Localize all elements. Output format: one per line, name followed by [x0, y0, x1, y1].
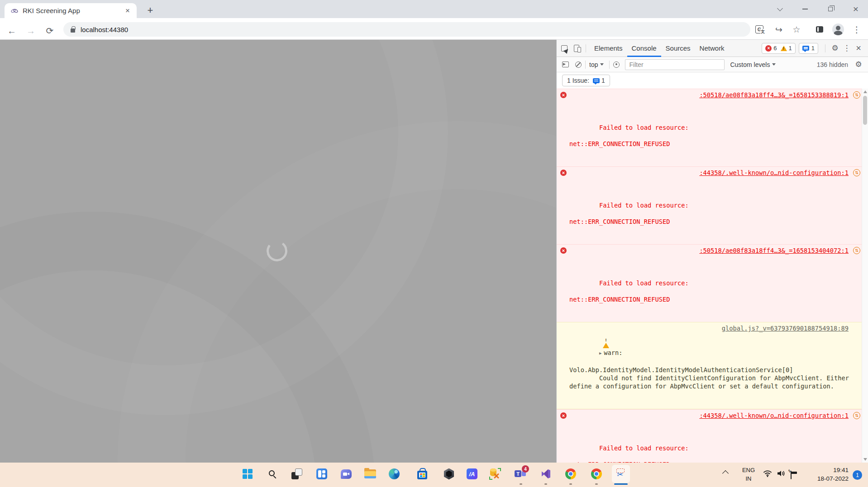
- url-text[interactable]: localhost:44380: [81, 26, 128, 33]
- message-body: Volo.Abp.IdentityModel.IdentityModelAuth…: [569, 366, 855, 390]
- network-request-icon[interactable]: [853, 91, 860, 99]
- device-toolbar-icon[interactable]: [574, 45, 579, 52]
- snipping-tool-button[interactable]: [612, 465, 630, 483]
- devtools-menu-icon[interactable]: [841, 43, 853, 54]
- live-expression-icon[interactable]: [613, 61, 620, 68]
- edge-button[interactable]: [385, 465, 403, 483]
- devtools-settings-icon[interactable]: [829, 43, 841, 54]
- visual-studio-button[interactable]: [537, 465, 555, 483]
- database-tools-icon: [489, 468, 501, 480]
- context-selector[interactable]: top: [589, 61, 604, 68]
- lock-icon[interactable]: [71, 28, 75, 33]
- source-link[interactable]: :44358/.well-known/o…nid-configuration:1: [699, 169, 849, 177]
- context-label: top: [589, 61, 598, 68]
- issue-count: 1: [601, 77, 605, 84]
- taskbar-search[interactable]: [263, 465, 281, 483]
- error-warning-badge[interactable]: 6 1: [762, 43, 795, 54]
- network-request-icon[interactable]: [853, 247, 860, 254]
- console-settings-icon[interactable]: [853, 59, 864, 71]
- error-count: 6: [773, 45, 777, 52]
- task-view-icon: [291, 468, 302, 479]
- tab-network[interactable]: Network: [695, 40, 729, 57]
- reload-button[interactable]: [43, 24, 57, 38]
- tray-date: 18-07-2022: [803, 474, 849, 483]
- microsoft-store-button[interactable]: [413, 465, 431, 483]
- console-toolbar: top Custom levels 136 hidden: [557, 57, 868, 72]
- network-request-icon[interactable]: [853, 169, 860, 176]
- file-explorer-button[interactable]: [361, 465, 379, 483]
- running-indicator: [520, 483, 522, 485]
- side-panel-icon[interactable]: [813, 23, 826, 36]
- battery-charging-icon[interactable]: [791, 471, 792, 479]
- dark-hexagon-app-button[interactable]: [440, 465, 458, 483]
- chrome-button-2[interactable]: [587, 465, 606, 483]
- log-levels-selector[interactable]: Custom levels: [730, 61, 776, 68]
- language-line2: IN: [739, 474, 758, 483]
- tab-strip: RKI Screening App: [0, 0, 868, 18]
- language-indicator[interactable]: ENG IN: [739, 466, 758, 483]
- tab-close-icon[interactable]: [123, 6, 132, 15]
- restore-button[interactable]: [820, 0, 841, 18]
- issue-bar[interactable]: 1 Issue: 1: [562, 75, 610, 86]
- chat-button[interactable]: [337, 465, 355, 483]
- speaker-icon[interactable]: [777, 469, 786, 479]
- console-error-row: :50518/ae08f83a18ff4…3&_=1658153388819:1…: [557, 89, 862, 166]
- tab-search-icon[interactable]: [769, 0, 790, 18]
- address-bar[interactable]: localhost:44380: [63, 22, 750, 37]
- issues-icon: [593, 78, 600, 83]
- task-view-button[interactable]: [288, 465, 306, 483]
- chrome-icon: [591, 468, 602, 479]
- teams-button[interactable]: T 4: [512, 465, 530, 483]
- browser-window: RKI Screening App localhost:44380 G Elem…: [0, 0, 868, 487]
- issues-badge[interactable]: 1: [799, 43, 818, 54]
- tab-elements[interactable]: Elements: [590, 40, 627, 57]
- console-scrollbar[interactable]: [862, 89, 868, 463]
- expand-arrow-icon[interactable]: [599, 349, 601, 357]
- message-head: Failed to load resource:: [599, 279, 689, 287]
- browser-tab[interactable]: RKI Screening App: [5, 3, 137, 18]
- source-link[interactable]: :44358/.well-known/o…nid-configuration:1: [699, 411, 849, 420]
- new-tab-button[interactable]: [144, 4, 157, 17]
- filter-input[interactable]: [625, 59, 725, 70]
- chrome-button[interactable]: [562, 465, 580, 483]
- widgets-button[interactable]: [313, 465, 331, 483]
- scroll-up-icon[interactable]: [863, 90, 867, 93]
- source-link[interactable]: :50518/ae08f83a18ff4…3&_=1658153388819:1: [699, 91, 849, 99]
- start-button[interactable]: [238, 465, 257, 483]
- bookmark-star-icon[interactable]: [790, 23, 803, 36]
- tab-sources[interactable]: Sources: [661, 40, 695, 57]
- back-button[interactable]: [5, 24, 19, 38]
- browser-menu-icon[interactable]: [850, 23, 863, 36]
- clock[interactable]: 19:41 18-07-2022: [803, 466, 849, 483]
- window-close-button[interactable]: [845, 0, 866, 18]
- profile-avatar[interactable]: [831, 23, 845, 36]
- tab-console[interactable]: Console: [627, 40, 661, 57]
- error-icon: [560, 412, 567, 419]
- error-icon: [560, 247, 567, 254]
- console-sidebar-icon[interactable]: [562, 61, 569, 67]
- chrome-icon: [565, 468, 576, 479]
- inspect-element-icon[interactable]: [561, 45, 568, 52]
- error-count-icon: [765, 45, 772, 52]
- wifi-icon[interactable]: [763, 469, 772, 479]
- sql-management-studio-button[interactable]: [486, 465, 504, 483]
- notification-badge[interactable]: 1: [853, 470, 862, 480]
- devtools-close-icon[interactable]: [853, 43, 864, 54]
- active-window-indicator: [614, 483, 628, 485]
- scrollbar-thumb[interactable]: [863, 96, 867, 125]
- forward-button[interactable]: [24, 24, 38, 38]
- network-request-icon[interactable]: [853, 412, 860, 419]
- slash-a-app-button[interactable]: /A: [463, 465, 481, 483]
- slash-a-app-icon: /A: [467, 468, 477, 479]
- source-link[interactable]: global.js?_v=637937690188754918:89: [722, 324, 849, 332]
- minimize-button[interactable]: [795, 0, 816, 18]
- share-icon[interactable]: [772, 23, 786, 36]
- scroll-down-icon[interactable]: [863, 458, 867, 461]
- console-error-row: :44358/.well-known/o…nid-configuration:1…: [557, 166, 862, 244]
- message-head: Failed to load resource:: [599, 124, 689, 131]
- clear-console-icon[interactable]: [575, 61, 582, 68]
- translate-icon[interactable]: G: [753, 23, 766, 36]
- warning-count-icon: [781, 46, 787, 51]
- warning-count: 1: [789, 45, 792, 52]
- source-link[interactable]: :50518/ae08f83a18ff4…3&_=1658153404072:1: [699, 246, 849, 255]
